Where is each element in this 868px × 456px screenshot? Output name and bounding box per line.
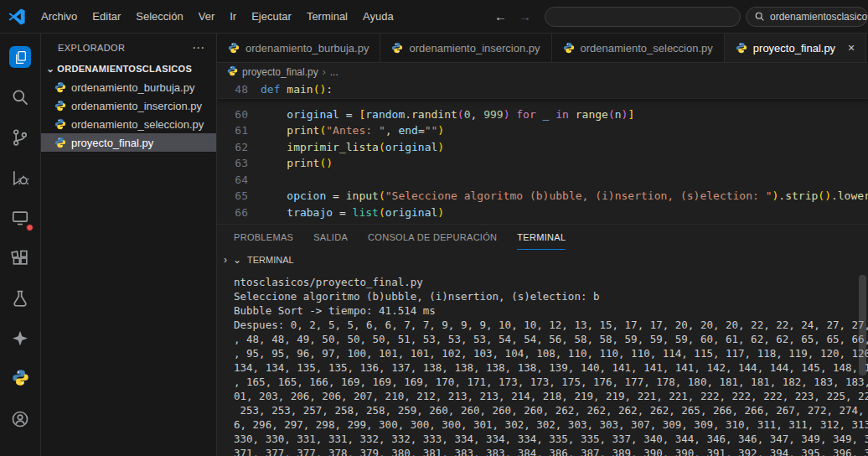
sparkle-icon <box>11 329 29 348</box>
terminal-output[interactable]: ntosclasicos/proyecto_final.pySeleccione… <box>217 270 868 456</box>
flask-icon <box>11 289 29 308</box>
breadcrumb: proyecto_final.py › ... <box>217 63 868 81</box>
python-icon <box>227 65 238 76</box>
code-text: trabajo = list(original) <box>261 205 444 221</box>
forward-icon[interactable]: → <box>519 9 531 23</box>
activity-explorer[interactable] <box>0 37 40 77</box>
files-icon <box>13 50 28 65</box>
tab-label: ordenamiento_insercion.py <box>409 42 540 54</box>
code-line: 63 print() <box>217 155 868 172</box>
panel-tab-bar: PROBLEMASSALIDACONSOLA DE DEPURACIÓNTERM… <box>217 225 868 250</box>
menu-selecci-n[interactable]: Selección <box>128 8 190 25</box>
file-name: ordenamiento_seleccion.py <box>71 118 204 131</box>
more-actions-icon[interactable]: ⋯ <box>192 44 204 51</box>
code-text: def main(): <box>261 81 333 98</box>
python-icon <box>54 81 66 93</box>
menu-ir[interactable]: Ir <box>222 8 244 25</box>
vscode-logo-icon <box>8 8 25 25</box>
terminal-line: Despues: 0, 2, 5, 5, 6, 6, 7, 7, 9, 9, 9… <box>234 318 868 332</box>
tab-label: proyecto_final.py <box>753 42 835 54</box>
file-name: ordenamiento_insercion.py <box>71 100 202 112</box>
activity-python[interactable] <box>0 359 40 399</box>
activity-extensions[interactable] <box>0 238 40 278</box>
terminal-line: 371, 377, 377, 378, 379, 380, 381, 383, … <box>234 446 868 456</box>
activity-bar <box>0 34 41 456</box>
line-number: 63 <box>217 155 261 172</box>
line-number: 65 <box>217 188 261 205</box>
python-icon <box>563 42 575 54</box>
close-icon[interactable]: × <box>848 41 855 54</box>
tab-ordenamiento-burbuja-py[interactable]: ordenamiento_burbuja.py <box>217 34 380 62</box>
sidebar-item-ordenamiento-insercion-py[interactable]: ordenamiento_insercion.py <box>41 96 216 115</box>
activity-account[interactable] <box>0 399 40 439</box>
search-icon <box>754 11 765 22</box>
breadcrumb-more[interactable]: ... <box>330 66 338 78</box>
terminal-group-header: › ⌄ TERMINAL <box>217 250 868 270</box>
python-icon <box>54 100 66 111</box>
python-icon <box>391 42 403 54</box>
terminal-line: 6, 296, 297, 298, 299, 300, 300, 300, 30… <box>234 417 868 432</box>
tab-label: ordenamiento_burbuja.py <box>245 42 369 54</box>
terminal-line: 330, 330, 331, 331, 332, 332, 333, 334, … <box>234 432 868 446</box>
menu-archivo[interactable]: Archivo <box>34 8 85 25</box>
panel-tab-problemas[interactable]: PROBLEMAS <box>234 225 293 250</box>
python-icon <box>12 369 29 386</box>
terminal-line: 253, 253, 257, 258, 258, 259, 260, 260, … <box>234 403 868 417</box>
panel-tab-consola-de-depuraci-n[interactable]: CONSOLA DE DEPURACIÓN <box>368 225 497 250</box>
bottom-panel: PROBLEMASSALIDACONSOLA DE DEPURACIÓNTERM… <box>217 224 868 456</box>
tab-ordenamiento-insercion-py[interactable]: ordenamiento_insercion.py <box>380 34 551 62</box>
menu-ayuda[interactable]: Ayuda <box>355 8 401 25</box>
tab-proyecto-final-py[interactable]: proyecto_final.py× <box>725 34 866 62</box>
terminal-line: Bubble Sort -> tiempo: 41.514 ms <box>234 303 868 318</box>
code-line: 60 original = [random.randint(0, 999) fo… <box>217 106 868 123</box>
file-list: ordenamiento_burbuja.pyordenamiento_inse… <box>41 78 216 152</box>
code-lines: 60 original = [random.randint(0, 999) fo… <box>217 106 868 221</box>
sidebar-item-ordenamiento-seleccion-py[interactable]: ordenamiento_seleccion.py <box>41 115 216 133</box>
titlebar: ArchivoEditarSelecciónVerIrEjecutarTermi… <box>0 0 868 34</box>
code-text: opcion = input("Seleccione algoritmo (b)… <box>261 188 868 205</box>
code-line: 64 <box>217 172 868 189</box>
python-icon <box>736 42 747 54</box>
breadcrumb-file[interactable]: proyecto_final.py <box>242 66 318 78</box>
terminal-scrollbar[interactable] <box>859 275 866 376</box>
chevron-down-icon[interactable]: ⌄ <box>233 254 241 266</box>
sidebar-item-proyecto-final-py[interactable]: proyecto_final.py <box>41 133 216 152</box>
line-number: 60 <box>217 106 261 123</box>
back-icon[interactable]: ← <box>494 9 507 23</box>
terminal-line: Seleccione algoritmo (b)ubble, (i)nserti… <box>234 289 868 303</box>
tab-ordenamiento-seleccion-py[interactable]: ordenamiento_seleccion.py <box>552 34 725 62</box>
line-number: 64 <box>217 172 261 189</box>
sticky-scroll-line: 48def main(): <box>217 81 868 99</box>
code-line: 48def main(): <box>217 81 868 98</box>
sidebar-item-ordenamiento-burbuja-py[interactable]: ordenamiento_burbuja.py <box>41 78 216 96</box>
menu-terminal[interactable]: Terminal <box>299 8 355 25</box>
menu-ver[interactable]: Ver <box>191 8 223 25</box>
chevron-right-icon[interactable]: › <box>224 254 227 266</box>
panel-tab-terminal[interactable]: TERMINAL <box>517 225 566 250</box>
panel-tab-salida[interactable]: SALIDA <box>313 225 348 250</box>
command-center[interactable] <box>545 7 741 27</box>
folder-root[interactable]: ⌄ ORDENAMIENTOSCLASICOS <box>41 60 216 78</box>
menu-ejecutar[interactable]: Ejecutar <box>244 8 299 25</box>
activity-testing[interactable] <box>0 278 40 319</box>
activity-copilot[interactable] <box>0 319 40 359</box>
code-text: print() <box>261 155 333 172</box>
activity-remote[interactable] <box>0 198 40 238</box>
code-line: 62 imprimir_lista(original) <box>217 139 868 156</box>
activity-search[interactable] <box>0 77 40 117</box>
line-number: 66 <box>217 205 261 221</box>
branch-icon <box>11 128 29 147</box>
extensions-icon <box>11 249 29 267</box>
history-nav: ← → <box>494 9 531 23</box>
code-text: print("Antes: ", end="") <box>261 122 444 139</box>
activity-run-debug[interactable] <box>0 158 40 198</box>
menu-editar[interactable]: Editar <box>85 8 128 25</box>
activity-source-control[interactable] <box>0 117 40 158</box>
terminal-line: , 95, 95, 96, 97, 100, 101, 101, 102, 10… <box>234 346 868 360</box>
code-editor[interactable]: 48def main(): 60 original = [random.rand… <box>217 81 868 224</box>
python-icon <box>54 118 66 130</box>
terminal-line: , 165, 165, 166, 169, 169, 169, 170, 171… <box>234 375 868 389</box>
tab-bar: ordenamiento_burbuja.pyordenamiento_inse… <box>217 34 868 63</box>
search-icon <box>11 88 29 106</box>
titlebar-search[interactable]: ordenamientosclasicos <box>746 7 868 27</box>
